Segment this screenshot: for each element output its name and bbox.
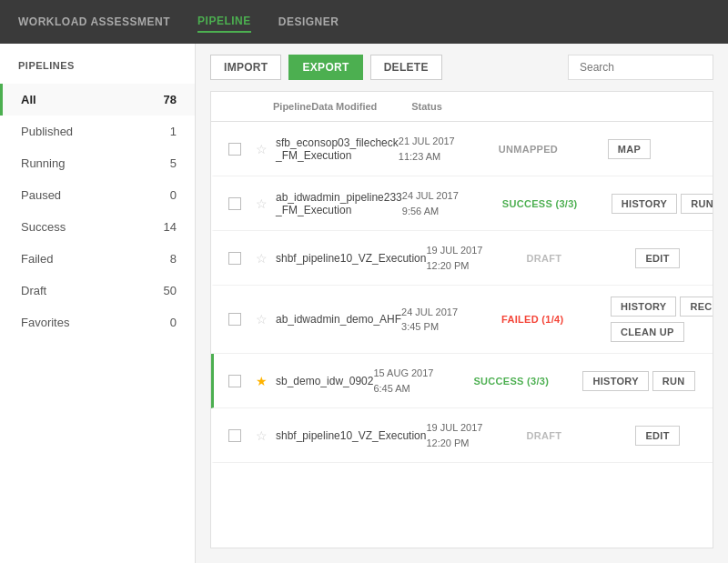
table-row: ★ sb_demo_idw_0902 15 AUG 20176:45 AM SU… — [211, 354, 713, 408]
table-row: ☆ ab_idwadmin_pipeline233_FM_Execution 2… — [211, 176, 713, 231]
nav-pipeline[interactable]: PIPELINE — [197, 11, 251, 33]
star-icon[interactable]: ☆ — [256, 428, 268, 443]
star-icon[interactable]: ☆ — [256, 251, 268, 266]
star-icon[interactable]: ☆ — [256, 142, 268, 156]
col-header-pipeline: Pipeline — [273, 101, 311, 112]
content-area: IMPORT EXPORT DELETE Pipeline Data Modif… — [196, 44, 728, 563]
action-map-button[interactable]: MAP — [608, 139, 651, 159]
pipeline-status: FAILED (1/4) — [501, 314, 611, 325]
sidebar-item-count: 0 — [170, 316, 177, 329]
table-row: ☆ sfb_econsop03_filecheck_FM_Execution 2… — [211, 122, 713, 176]
table-header: Pipeline Data Modified Status — [211, 92, 713, 122]
top-nav: WORKLOAD ASSESSMENT PIPELINE DESIGNER — [0, 0, 728, 44]
sidebar-item-paused[interactable]: Paused 0 — [0, 179, 195, 211]
nav-designer[interactable]: DESIGNER — [278, 12, 339, 32]
pipeline-name: sb_demo_idw_0902 — [276, 375, 373, 387]
sidebar-item-count: 1 — [170, 125, 177, 138]
sidebar-item-count: 78 — [164, 93, 177, 106]
sidebar-item-label: Failed — [21, 252, 53, 266]
row-checkbox[interactable] — [228, 252, 241, 265]
row-checkbox[interactable] — [228, 197, 241, 210]
action-buttons: HISTORYRUN — [582, 371, 713, 391]
table-row: ☆ ab_idwadmin_demo_AHF 24 JUL 20173:45 P… — [211, 286, 713, 354]
action-edit-button[interactable]: EDIT — [635, 248, 679, 268]
pipeline-date: 19 JUL 201712:20 PM — [426, 420, 526, 450]
pipeline-status: DRAFT — [526, 430, 635, 441]
action-edit-button[interactable]: EDIT — [635, 426, 679, 446]
search-input[interactable] — [568, 55, 713, 80]
action-history-button[interactable]: HISTORY — [582, 371, 648, 391]
sidebar-item-label: Success — [21, 220, 66, 234]
pipeline-table: Pipeline Data Modified Status ☆ sfb_econ… — [210, 91, 713, 548]
row-checkbox[interactable] — [228, 143, 241, 156]
action-buttons: HISTORYRECOVERCLEAN UP — [611, 297, 713, 342]
pipeline-status: UNMAPPED — [499, 144, 608, 155]
action-recover-button[interactable]: RECOVER — [680, 297, 713, 317]
action-buttons: MAP — [608, 139, 713, 159]
sidebar-item-draft[interactable]: Draft 50 — [0, 275, 195, 307]
sidebar-item-count: 5 — [170, 156, 177, 170]
star-icon[interactable]: ★ — [256, 374, 268, 388]
delete-button[interactable]: DELETE — [370, 55, 442, 80]
sidebar-item-count: 0 — [170, 188, 177, 202]
sidebar-title: PIPELINES — [0, 44, 195, 84]
action-buttons: HISTORYRUN — [612, 194, 713, 214]
main-layout: PIPELINES All 78 Published 1 Running 5 P… — [0, 44, 728, 563]
action-run-button[interactable]: RUN — [652, 371, 695, 391]
action-buttons: EDIT — [635, 426, 713, 446]
pipeline-name: ab_idwadmin_pipeline233_FM_Execution — [276, 191, 402, 216]
pipeline-date: 21 JUL 201711:23 AM — [399, 134, 499, 164]
sidebar-item-published[interactable]: Published 1 — [0, 116, 195, 147]
row-checkbox[interactable] — [228, 313, 241, 326]
star-icon[interactable]: ☆ — [256, 312, 268, 327]
row-checkbox[interactable] — [228, 429, 241, 442]
pipeline-name: sfb_econsop03_filecheck_FM_Execution — [276, 136, 399, 162]
sidebar-item-label: Favorites — [21, 316, 69, 329]
action-clean-up-button[interactable]: CLEAN UP — [611, 322, 684, 342]
table-row: ☆ shbf_pipeline10_VZ_Execution 19 JUL 20… — [211, 408, 713, 463]
pipeline-date: 24 JUL 20173:45 PM — [401, 305, 501, 335]
sidebar-item-label: Published — [21, 125, 73, 138]
import-button[interactable]: IMPORT — [210, 55, 281, 80]
action-run-button[interactable]: RUN — [681, 194, 713, 214]
sidebar-item-running[interactable]: Running 5 — [0, 147, 195, 179]
pipeline-status: SUCCESS (3/3) — [502, 198, 612, 209]
table-row: ☆ shbf_pipeline10_VZ_Execution 19 JUL 20… — [211, 231, 713, 286]
sidebar-item-label: Paused — [21, 188, 61, 202]
pipeline-status: DRAFT — [526, 253, 635, 264]
pipeline-date: 19 JUL 201712:20 PM — [426, 243, 526, 273]
sidebar-item-success[interactable]: Success 14 — [0, 211, 195, 243]
sidebar-item-failed[interactable]: Failed 8 — [0, 243, 195, 275]
star-icon[interactable]: ☆ — [256, 196, 268, 211]
sidebar-item-favorites[interactable]: Favorites 0 — [0, 307, 195, 338]
action-buttons: EDIT — [635, 248, 713, 268]
pipeline-date: 24 JUL 20179:56 AM — [402, 188, 502, 218]
pipeline-date: 15 AUG 20176:45 AM — [373, 366, 473, 396]
action-history-button[interactable]: HISTORY — [612, 194, 677, 214]
sidebar-item-count: 50 — [164, 284, 177, 297]
col-header-status: Status — [411, 101, 521, 112]
col-header-date: Data Modified — [311, 101, 411, 112]
nav-workload-assessment[interactable]: WORKLOAD ASSESSMENT — [18, 12, 170, 32]
sidebar-item-label: All — [21, 93, 36, 106]
pipeline-name: ab_idwadmin_demo_AHF — [276, 313, 401, 326]
export-button[interactable]: EXPORT — [288, 55, 362, 80]
pipeline-name: shbf_pipeline10_VZ_Execution — [276, 252, 426, 265]
sidebar-item-label: Running — [21, 156, 65, 170]
action-history-button[interactable]: HISTORY — [611, 297, 676, 317]
row-checkbox[interactable] — [228, 375, 241, 387]
sidebar-item-count: 14 — [164, 220, 177, 234]
content-toolbar: IMPORT EXPORT DELETE — [196, 44, 728, 91]
sidebar: PIPELINES All 78 Published 1 Running 5 P… — [0, 44, 196, 563]
pipeline-status: SUCCESS (3/3) — [473, 376, 582, 387]
sidebar-item-label: Draft — [21, 284, 46, 297]
sidebar-item-count: 8 — [170, 252, 177, 266]
pipeline-name: shbf_pipeline10_VZ_Execution — [276, 429, 426, 442]
sidebar-item-all[interactable]: All 78 — [0, 84, 195, 116]
